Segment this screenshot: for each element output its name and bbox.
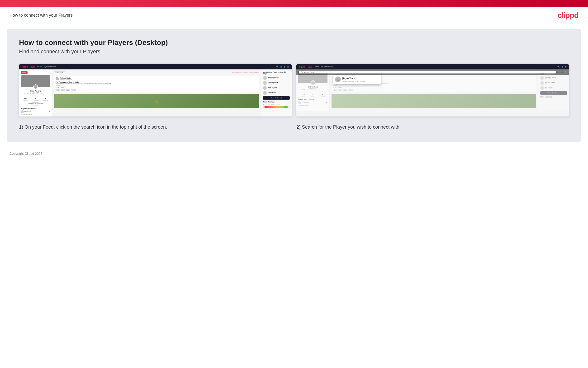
nav-icons-2: 🔍 👤 ⚙ <box>557 66 567 68</box>
tag-app: APP <box>61 89 65 91</box>
app-ui-2: clippd Home Teams My Performance 🔍 👤 ⚙ <box>296 64 569 117</box>
activity-user-info: Richard Butler Yesterday · The Grove <box>60 77 72 80</box>
player-performance-title: Player Performance <box>21 108 50 109</box>
following-row: Following ▼ Control who can see your act… <box>54 71 259 74</box>
nav-my-performance[interactable]: My Performance <box>44 66 56 68</box>
close-button[interactable]: ✕ <box>564 70 567 74</box>
app-sidebar-1: Feed Blair McHarg Golf Coach Mill Ride G… <box>19 69 52 117</box>
nav-logo: clippd <box>21 66 28 68</box>
dropdown-icon[interactable]: ▼ <box>48 111 50 113</box>
activity-name: Richard Butler <box>60 77 72 79</box>
player-info-4: Eli Vincent Activities: 1 <box>268 92 276 95</box>
heatmap-sub: Player Quality · 20 Round Trend <box>263 104 290 106</box>
step-2-text: 2) Search for the Player you wish to con… <box>296 124 569 130</box>
top-bar <box>0 0 588 7</box>
profile-avatar-d <box>311 80 315 85</box>
search-result-name: Marcus Turner <box>342 77 365 79</box>
feed-tab[interactable]: Feed <box>21 71 27 74</box>
footer: Copyright Clippd 2022 <box>0 147 588 160</box>
activity-date: Yesterday · The Grove <box>60 79 72 80</box>
sidebar-dimmed: Blair McHarg Golf Coach Mill Ride Golf C… <box>296 69 330 111</box>
search-icon-2[interactable]: 🔍 <box>557 66 560 68</box>
user-icon[interactable]: 👤 <box>280 66 282 68</box>
player-avatar-sm-d <box>298 101 301 104</box>
total-player-quality-label: Total Player Quality ℹ <box>21 114 50 115</box>
activity-desc: Walking the course with my coach to buil… <box>56 83 257 84</box>
tag-putt: PUTT <box>71 89 76 91</box>
screenshots-row: clippd Home Teams My Performance 🔍 👤 ⚙ 👤 <box>19 64 569 117</box>
app-right-panel: Most Active Players - Last 30 days Richa… <box>261 69 292 117</box>
copyright: Copyright Clippd 2022 <box>9 152 43 156</box>
clear-button[interactable]: CLEAR <box>558 71 562 73</box>
following-btn[interactable]: Following ▼ <box>54 71 65 74</box>
svg-point-0 <box>337 78 339 79</box>
quality-score-row: 84 OTT 79 APP 70 <box>21 116 50 117</box>
player-info-2: Piers Parnell Activities: 4 <box>268 82 278 85</box>
heatmap-bar-container: -5 +5 <box>263 106 290 108</box>
search-icon[interactable]: 🔍 <box>276 66 279 68</box>
profile-info-d: Blair McHarg Golf Coach Mill Ride Golf C… <box>298 86 327 97</box>
profile-name-d: Blair McHarg <box>298 86 327 88</box>
team-dashboard-btn[interactable]: Team Dashboard <box>263 96 290 100</box>
player-select-row: Eli Vincent ▼ <box>21 110 50 113</box>
profile-img-area <box>21 75 50 87</box>
screenshot-2: clippd Home Teams My Performance 🔍 👤 ⚙ <box>296 64 569 117</box>
quality-bars: OTT 79 APP 70 ARG <box>29 117 50 117</box>
search-input-value[interactable]: Marcus Turner <box>304 71 315 73</box>
nav-links: Home Teams My Performance <box>31 66 56 68</box>
settings-icon-2[interactable]: ⚙ <box>565 66 567 68</box>
nav-home-2[interactable]: Home <box>308 66 313 68</box>
tag-arg: ARG <box>66 89 70 91</box>
nav-teams[interactable]: Teams <box>37 66 42 68</box>
step-1-text: 1) On your Feed, click on the search ico… <box>19 124 292 130</box>
profile-club-d: Mill Ride Golf Club, United Kingdom <box>298 89 327 91</box>
nav-teams-2[interactable]: Teams <box>314 66 319 68</box>
stat-following: 4 Following <box>43 97 48 101</box>
app-nav-1: clippd Home Teams My Performance 🔍 👤 ⚙ 👤 <box>19 64 292 69</box>
header-divider <box>9 24 579 24</box>
player-list-item-3: Hiral Pujara Activities: 3 <box>263 86 290 90</box>
activity-avatar <box>56 77 59 80</box>
latest-activity-date: 27 Jul 2022 <box>21 104 50 106</box>
avatar-icon[interactable]: 👤 <box>287 66 289 68</box>
player-avatar-2 <box>263 81 267 85</box>
steps-row: 1) On your Feed, click on the search ico… <box>19 124 569 130</box>
nav-my-performance-2[interactable]: My Performance <box>321 66 333 68</box>
user-icon-2[interactable]: 👤 <box>561 66 563 68</box>
app-nav-2: clippd Home Teams My Performance 🔍 👤 ⚙ <box>296 64 569 69</box>
team-heatmap-heading: Team Heatmap <box>263 101 290 103</box>
nav-icons: 🔍 👤 ⚙ 👤 <box>276 66 289 68</box>
tag-ott: OTT <box>56 89 60 91</box>
control-link[interactable]: Control who can see your activity and da… <box>232 72 259 74</box>
player-select-d: Eli Vincent ▼ <box>298 101 327 104</box>
screenshot-1: clippd Home Teams My Performance 🔍 👤 ⚙ 👤 <box>19 64 292 117</box>
activity-card: Richard Butler Yesterday · The Grove Pre… <box>54 76 259 92</box>
duration-label: Duration <box>56 85 257 86</box>
nav-links-2: Home Teams My Performance <box>308 66 333 68</box>
search-result-club: Cypress Point Club, United Kingdom <box>342 81 365 82</box>
page-title: How to connect with your Players <box>9 13 73 18</box>
stats-row-d: 129 Activities 3 Followers 4 Following <box>298 92 327 97</box>
profile-club: Mill Ride Golf Club, United Kingdom <box>21 93 50 95</box>
search-result-item[interactable]: Marcus Turner 1-5 Handicap Cypress Point… <box>335 77 379 82</box>
main-subtitle: Find and connect with your Players <box>19 48 569 55</box>
search-result-dropdown: Marcus Turner 1-5 Handicap Cypress Point… <box>333 75 381 84</box>
player-list-item-2: Piers Parnell Activities: 4 <box>263 81 290 85</box>
main-content: How to connect with your Players (Deskto… <box>7 29 581 142</box>
stats-row: 129 Activities 3 Followers 4 Following <box>21 96 50 101</box>
heatmap-bar <box>264 106 288 108</box>
activity-title: Pre Tournament Course Walk <box>56 81 257 83</box>
search-result-info: Marcus Turner 1-5 Handicap Cypress Point… <box>342 77 365 82</box>
stat-activities: 129 Activities <box>23 97 28 101</box>
search-icon-overlay: 🔍 <box>301 71 303 73</box>
profile-info: Blair McHarg Golf Coach Mill Ride Golf C… <box>21 90 50 106</box>
settings-icon[interactable]: ⚙ <box>284 66 285 68</box>
golf-image: ⛳ <box>54 94 259 108</box>
search-bar[interactable]: 🔍 Marcus Turner <box>299 71 556 74</box>
nav-home[interactable]: Home <box>31 66 35 68</box>
activity-duration: 02 hr : 00 min <box>56 87 257 88</box>
profile-name: Blair McHarg <box>21 90 50 92</box>
player-avatar-4 <box>263 91 267 95</box>
player-list-item-4: Eli Vincent Activities: 1 <box>263 91 290 95</box>
nav-logo-2: clippd <box>299 66 305 68</box>
